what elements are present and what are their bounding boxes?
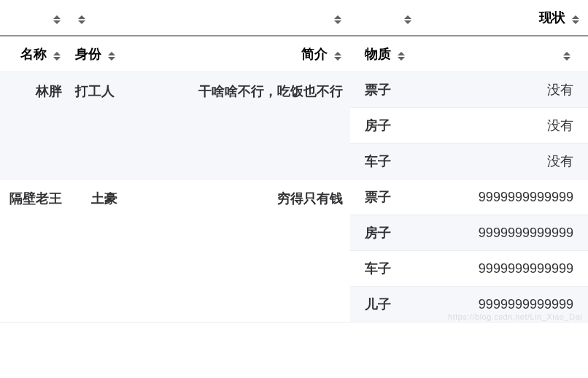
column-header-material[interactable]: 物质 [350, 36, 420, 72]
sort-icon[interactable] [404, 12, 414, 25]
cell-status: 9999999999999 [420, 215, 588, 251]
sort-icon[interactable] [334, 48, 344, 61]
cell-material: 车子 [350, 251, 420, 287]
cell-status: 9999999999999 [420, 180, 588, 215]
row-group: 林胖 打工人 干啥啥不行，吃饭也不行 票子 没有 房子 没有 车子 没有 [0, 72, 588, 180]
sort-icon[interactable] [334, 12, 344, 25]
column-header-blank-2[interactable] [69, 0, 139, 36]
cell-material: 票子 [350, 72, 420, 108]
cell-status: 9999999999999 [420, 287, 588, 323]
column-header-label: 现状 [539, 10, 565, 25]
cell-name: 隔壁老王 [0, 180, 69, 323]
data-table: 现状 名称 身份 简介 物质 [0, 0, 588, 323]
column-header-blank-4[interactable] [350, 0, 420, 36]
cell-intro: 穷得只有钱 [139, 180, 350, 323]
cell-identity: 打工人 [69, 72, 139, 180]
table-row: 隔壁老王 土豪 穷得只有钱 票子 9999999999999 [0, 180, 588, 215]
row-group: 隔壁老王 土豪 穷得只有钱 票子 9999999999999 房子 999999… [0, 180, 588, 323]
cell-identity: 土豪 [69, 180, 139, 323]
column-header-label: 名称 [20, 47, 47, 61]
cell-intro: 干啥啥不行，吃饭也不行 [139, 72, 350, 180]
sort-icon[interactable] [53, 48, 63, 61]
cell-name: 林胖 [0, 72, 69, 180]
column-header-identity[interactable]: 身份 [69, 36, 139, 72]
cell-material: 房子 [350, 108, 420, 144]
cell-material: 儿子 [350, 287, 420, 323]
sort-icon[interactable] [398, 48, 408, 61]
column-header-intro[interactable]: 简介 [139, 36, 350, 72]
cell-material: 车子 [350, 144, 420, 180]
cell-material: 房子 [350, 215, 420, 251]
column-header-label: 物质 [365, 47, 391, 61]
cell-status: 没有 [420, 72, 588, 108]
column-header-label: 简介 [301, 47, 328, 61]
column-header-status-sub[interactable] [420, 36, 588, 72]
table-row: 林胖 打工人 干啥啥不行，吃饭也不行 票子 没有 [0, 72, 588, 108]
column-header-blank-3[interactable] [139, 0, 350, 36]
sort-icon[interactable] [572, 12, 582, 25]
cell-status: 没有 [420, 108, 588, 144]
column-header-name[interactable]: 名称 [0, 36, 69, 72]
sort-icon[interactable] [563, 48, 573, 61]
cell-status: 没有 [420, 144, 588, 180]
sort-icon[interactable] [78, 12, 88, 25]
column-header-label: 身份 [75, 47, 101, 61]
table-header-row-top: 现状 [0, 0, 588, 36]
table-header-row-sub: 名称 身份 简介 物质 [0, 36, 588, 72]
column-header-status-top[interactable]: 现状 [420, 0, 588, 36]
cell-status: 9999999999999 [420, 251, 588, 287]
cell-material: 票子 [350, 180, 420, 215]
sort-icon[interactable] [108, 48, 118, 61]
column-header-blank-1[interactable] [0, 0, 69, 36]
sort-icon[interactable] [53, 12, 63, 25]
